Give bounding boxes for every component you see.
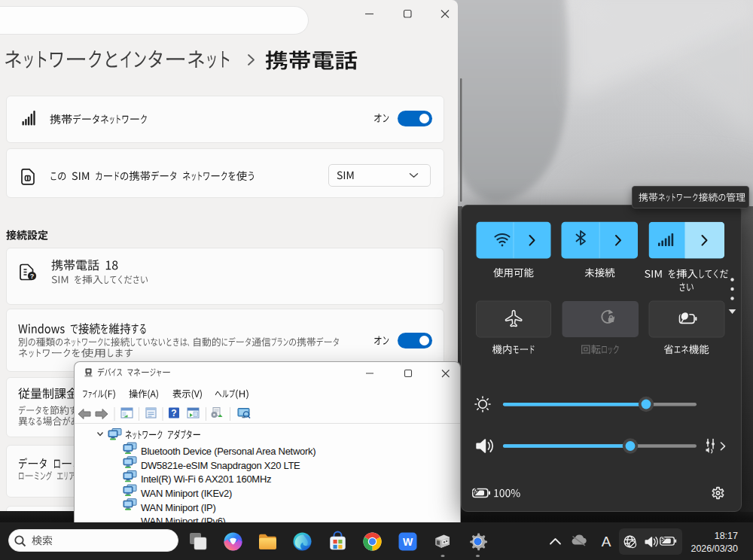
- svg-text:?: ?: [171, 408, 176, 418]
- svg-text:?: ?: [30, 272, 35, 280]
